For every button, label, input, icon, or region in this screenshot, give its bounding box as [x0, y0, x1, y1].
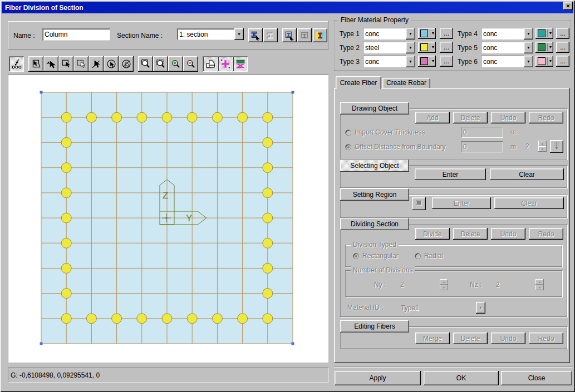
- spinner-down-icon[interactable]: ▼: [538, 146, 547, 152]
- type6-color-button[interactable]: ▼: [535, 56, 553, 67]
- import-cover-radio[interactable]: [345, 130, 351, 136]
- chevron-down-icon[interactable]: ▼: [430, 43, 436, 51]
- type3-combo[interactable]: conc▼: [363, 56, 415, 67]
- fibers-redo-button[interactable]: Redo: [529, 333, 563, 344]
- division-typed-title: Division Typed: [351, 241, 399, 249]
- zoom-in-button[interactable]: [168, 56, 183, 72]
- offset-distance-radio[interactable]: [345, 144, 351, 150]
- status-bar: G: -0,6108498, 0,09295541, 0: [8, 368, 328, 383]
- copy-section-button[interactable]: [282, 28, 297, 42]
- window-select-button[interactable]: [58, 56, 73, 72]
- section-canvas[interactable]: ZY: [8, 75, 328, 363]
- offset-direction-icon: [553, 141, 561, 152]
- import-section-button[interactable]: [248, 28, 263, 42]
- window-unselect-button[interactable]: [73, 56, 89, 72]
- offset-count-spinner[interactable]: 2 ▲▼: [524, 141, 547, 152]
- spinner-up-icon[interactable]: ▲: [538, 141, 547, 146]
- type2-combo[interactable]: steel▼: [363, 42, 415, 53]
- circle-unselect-button[interactable]: [119, 56, 134, 72]
- deselect-all-button[interactable]: [89, 56, 104, 72]
- offset-direction-button[interactable]: [550, 140, 563, 153]
- setting-clear-button[interactable]: Clear: [494, 197, 564, 209]
- type3-color-button[interactable]: ▼: [418, 56, 436, 67]
- fibers-delete-button[interactable]: Delete: [453, 333, 488, 344]
- chevron-down-icon[interactable]: ▼: [476, 302, 485, 314]
- offset-distance-input[interactable]: 0: [461, 141, 503, 152]
- pick-select-button[interactable]: [43, 56, 58, 72]
- import-cover-input[interactable]: 0: [461, 127, 503, 138]
- spinner-down-icon[interactable]: ▼: [440, 285, 448, 290]
- tab-create-rebar[interactable]: Create Rebar: [382, 78, 430, 88]
- type5-more-button[interactable]: ...: [556, 42, 569, 53]
- chevron-down-icon[interactable]: ▼: [524, 28, 533, 39]
- spinner-up-icon[interactable]: ▲: [440, 279, 448, 285]
- redo-label: Redo: [538, 335, 554, 343]
- type2-more-button[interactable]: ...: [440, 42, 453, 53]
- name-input[interactable]: Column: [42, 28, 110, 41]
- chevron-down-icon[interactable]: ▼: [547, 57, 553, 65]
- spinner-down-icon[interactable]: ▼: [535, 285, 544, 290]
- paste-section-button[interactable]: [297, 28, 312, 42]
- merge-button[interactable]: Merge: [415, 333, 450, 344]
- drawing-add-button[interactable]: Add: [415, 112, 450, 123]
- create-fiber-tool-button[interactable]: [9, 56, 24, 72]
- dividing-redo-button[interactable]: Redo: [529, 228, 563, 240]
- chevron-down-icon[interactable]: ▼: [406, 28, 415, 39]
- type4-color-button[interactable]: ▼: [535, 28, 553, 39]
- type1-more-button[interactable]: ...: [440, 28, 453, 39]
- chevron-down-icon[interactable]: ▼: [547, 29, 553, 37]
- type1-combo[interactable]: conc▼: [363, 28, 415, 39]
- drawing-undo-button[interactable]: Undo: [491, 112, 525, 123]
- type6-more-button[interactable]: ...: [556, 56, 569, 67]
- chevron-down-icon[interactable]: ▼: [406, 56, 415, 67]
- chevron-down-icon[interactable]: ▼: [430, 57, 436, 65]
- selecting-enter-button[interactable]: Enter: [415, 168, 486, 180]
- ny-spinner[interactable]: 2 ▲▼: [399, 279, 448, 290]
- type5-color-button[interactable]: ▼: [535, 42, 553, 53]
- selecting-clear-button[interactable]: Clear: [490, 168, 564, 180]
- section-property-button[interactable]: [313, 28, 327, 42]
- import-section-alt-button[interactable]: [263, 28, 278, 42]
- show-fiber-button[interactable]: [218, 56, 233, 72]
- chevron-down-icon[interactable]: ▼: [430, 29, 436, 37]
- chevron-down-icon[interactable]: ▼: [547, 43, 553, 51]
- show-division-button[interactable]: [233, 56, 248, 72]
- apply-button[interactable]: Apply: [335, 371, 421, 385]
- type3-more-button[interactable]: ...: [440, 56, 453, 67]
- spinner-up-icon[interactable]: ▲: [535, 279, 544, 285]
- view-quadrant-button[interactable]: [203, 56, 218, 72]
- drawing-redo-button[interactable]: Redo: [529, 112, 563, 123]
- type2-color-button[interactable]: ▼: [418, 42, 436, 53]
- tab-create-fiber[interactable]: Create Fiber: [336, 76, 381, 89]
- type4-more-button[interactable]: ...: [556, 28, 569, 39]
- chevron-down-icon[interactable]: ▼: [524, 42, 533, 53]
- type4-combo[interactable]: conc▼: [481, 28, 533, 39]
- drawing-delete-button[interactable]: Delete: [453, 112, 488, 123]
- close-window-button[interactable]: Close: [501, 371, 572, 385]
- dividing-delete-button[interactable]: Delete: [453, 228, 488, 240]
- setting-region-shape-button[interactable]: [412, 197, 426, 210]
- material-id-combo[interactable]: Type1 ▼: [399, 302, 485, 314]
- chevron-down-icon[interactable]: ▼: [406, 42, 415, 53]
- rectangular-radio[interactable]: [353, 253, 359, 259]
- zoom-dynamic-button[interactable]: [153, 56, 168, 72]
- divide-button[interactable]: Divide: [415, 228, 450, 240]
- section-name-combo[interactable]: 1: section ▼: [177, 28, 244, 40]
- dividing-undo-button[interactable]: Undo: [491, 228, 525, 240]
- chevron-down-icon[interactable]: ▼: [234, 28, 244, 40]
- nz-spinner[interactable]: 2 ▲▼: [494, 279, 544, 290]
- fibers-undo-button[interactable]: Undo: [491, 333, 525, 344]
- setting-enter-button[interactable]: Enter: [432, 197, 491, 209]
- type6-combo[interactable]: conc▼: [481, 56, 533, 67]
- close-button[interactable]: ✕: [563, 2, 573, 10]
- type1-color-button[interactable]: ▼: [418, 28, 436, 39]
- chevron-down-icon[interactable]: ▼: [524, 56, 533, 67]
- radial-radio[interactable]: [415, 253, 421, 259]
- zoom-window-button[interactable]: [138, 56, 153, 72]
- ok-button[interactable]: OK: [424, 371, 499, 385]
- circle-select-button[interactable]: [104, 56, 119, 72]
- title-bar[interactable]: Fiber Division of Section: [2, 2, 573, 13]
- zoom-out-button[interactable]: [183, 56, 198, 72]
- type5-combo[interactable]: conc▼: [481, 42, 533, 53]
- polygon-select-button[interactable]: [28, 56, 43, 72]
